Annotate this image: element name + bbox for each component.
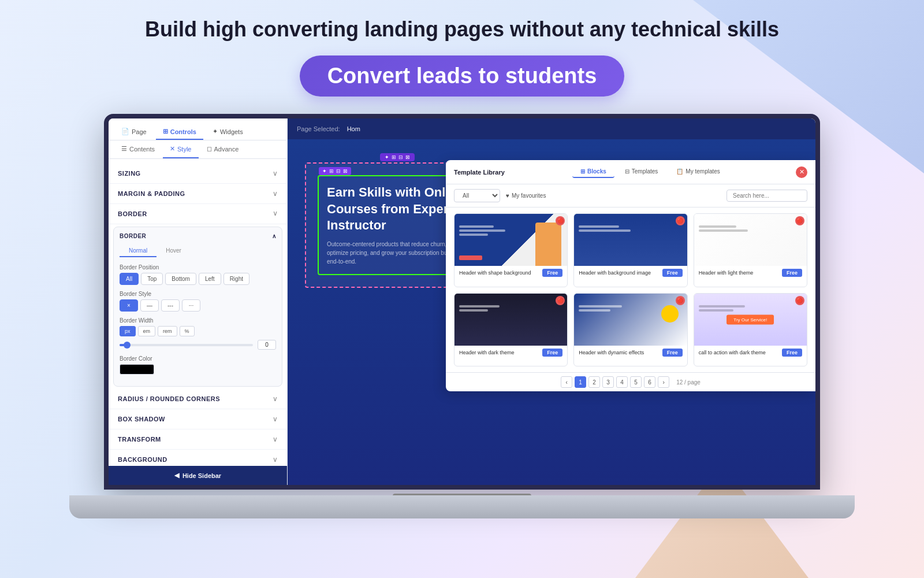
- bs-none[interactable]: ×: [120, 299, 138, 312]
- slider-thumb[interactable]: [124, 342, 131, 349]
- sidebar-tab-page[interactable]: 📄 Page: [114, 124, 154, 140]
- unit-px[interactable]: px: [120, 326, 136, 336]
- bp-bottom[interactable]: Bottom: [165, 273, 196, 285]
- border-width-row: px em rem %: [120, 326, 276, 350]
- page-3[interactable]: 3: [602, 376, 614, 388]
- thumb-line: [579, 309, 610, 312]
- bs-solid[interactable]: —: [140, 299, 159, 312]
- sizing-chevron: ∨: [273, 169, 278, 177]
- thumb-circle: [661, 305, 679, 323]
- modal-tab-blocks[interactable]: ⊞ Blocks: [572, 166, 614, 178]
- bp-right[interactable]: Right: [223, 273, 249, 285]
- screen-content: 📄 Page ⊞ Controls ✦ Widgets: [109, 118, 815, 485]
- modal-filters: All ♥ My favourites: [446, 184, 815, 208]
- sidebar-tab-controls[interactable]: ⊞ Controls: [156, 124, 203, 140]
- template-del-4[interactable]: 🔴: [556, 296, 565, 305]
- heart-icon: ♥: [506, 192, 509, 199]
- template-del-3[interactable]: 🔴: [795, 216, 804, 225]
- section-sizing[interactable]: SIZING ∨: [109, 164, 287, 184]
- border-position-buttons: All Top Bottom Left Right: [120, 273, 276, 285]
- page-6[interactable]: 6: [644, 376, 655, 388]
- template-card-6[interactable]: Try Our Service! 🔴 call to action with d…: [694, 293, 807, 367]
- color-swatch[interactable]: [120, 364, 154, 375]
- template-del-5[interactable]: 🔴: [676, 296, 685, 305]
- template-card-4[interactable]: 🔴 Header with dark theme Free: [454, 293, 568, 367]
- bp-left[interactable]: Left: [199, 273, 221, 285]
- template-card-5[interactable]: 🔴 Header with dynamic effects Free: [573, 293, 687, 367]
- page-4[interactable]: 4: [616, 376, 628, 388]
- hide-sidebar-btn[interactable]: ◀ Hide Sidebar: [109, 466, 287, 485]
- thumb-text-2: [579, 225, 631, 232]
- thumb-line: [579, 305, 622, 307]
- thumb-text-4: [459, 305, 500, 312]
- section-margin-padding[interactable]: MARGIN & PADDING ∨: [109, 184, 287, 204]
- bs-dashed[interactable]: ---: [161, 299, 180, 312]
- subtab-style[interactable]: ✕ Style: [163, 140, 198, 158]
- sidebar-tab-widgets[interactable]: ✦ Widgets: [206, 124, 250, 140]
- modal-tab-templates[interactable]: ⊟ Templates: [617, 166, 666, 178]
- section-box-shadow[interactable]: BOX SHADOW ∨: [109, 409, 287, 429]
- template-card-1[interactable]: 🔴 Header with shape background Free: [454, 213, 568, 287]
- filter-select[interactable]: All: [454, 189, 500, 202]
- thumb-cta-btn: Try Our Service!: [726, 314, 774, 324]
- template-card-2[interactable]: 🔴 Header with background image Free: [573, 213, 687, 287]
- border-style-buttons: × — --- ···: [120, 299, 276, 312]
- thumb-line: [699, 309, 733, 312]
- color-row: [120, 364, 276, 375]
- main-wrapper: Build high converting landing pages with…: [0, 0, 924, 530]
- page-2[interactable]: 2: [588, 376, 600, 388]
- template-card-3[interactable]: 🔴 Header with light theme Free: [694, 213, 807, 287]
- subtab-contents[interactable]: ☰ Contents: [114, 140, 162, 158]
- normal-tab[interactable]: Normal: [120, 245, 157, 257]
- thumb-btn-1: [459, 255, 482, 260]
- sidebar-sections: SIZING ∨ MARGIN & PADDING ∨ BORDER ∧: [109, 159, 287, 466]
- my-templates-icon: 📋: [676, 168, 683, 175]
- bs-dotted[interactable]: ···: [182, 299, 200, 312]
- template-del-2[interactable]: 🔴: [676, 216, 685, 225]
- thumb-text-1: [459, 225, 505, 236]
- sidebar-tabs: 📄 Page ⊞ Controls ✦ Widgets: [109, 118, 287, 140]
- border-collapse-icon[interactable]: ∧: [272, 233, 277, 239]
- unit-percent[interactable]: %: [180, 326, 195, 336]
- search-input[interactable]: [726, 190, 807, 202]
- page-5[interactable]: 5: [630, 376, 642, 388]
- thumb-line: [459, 305, 500, 307]
- template-thumb-6: Try Our Service! 🔴: [694, 294, 807, 346]
- slider-value[interactable]: 0: [258, 340, 276, 350]
- page-prev[interactable]: ‹: [561, 376, 572, 388]
- laptop-base: [69, 495, 855, 518]
- advance-icon: ◻: [207, 145, 212, 153]
- margin-chevron: ∨: [273, 190, 278, 198]
- thumb-text-5: [579, 305, 622, 312]
- templates-icon: ⊟: [625, 168, 629, 175]
- thumb-line: [579, 229, 631, 232]
- thumb-line: [459, 225, 494, 228]
- bp-all[interactable]: All: [120, 273, 139, 285]
- template-footer-5: Header with dynamic effects Free: [574, 346, 687, 360]
- unit-rem[interactable]: rem: [158, 326, 177, 336]
- template-thumb-4: 🔴: [454, 294, 567, 346]
- controls-icon: ⊞: [163, 128, 168, 135]
- laptop-container: 📄 Page ⊞ Controls ✦ Widgets: [58, 114, 866, 530]
- slider-track[interactable]: [120, 344, 253, 346]
- section-background[interactable]: BACKGROUND ∨: [109, 450, 287, 466]
- unit-em[interactable]: em: [138, 326, 156, 336]
- subtab-advance[interactable]: ◻ Advance: [200, 140, 246, 158]
- favourites-button[interactable]: ♥ My favourites: [506, 192, 546, 199]
- template-del-6[interactable]: 🔴: [795, 296, 804, 305]
- page-1[interactable]: 1: [575, 376, 586, 388]
- editor-canvas: ✦⊞⊟⊠ ✦⊞⊟⊠ Earn Skills with Online Course…: [288, 139, 815, 485]
- template-del-1[interactable]: 🔴: [556, 216, 565, 225]
- convert-badge: Convert leads to students: [300, 55, 625, 97]
- page-next[interactable]: ›: [658, 376, 669, 388]
- section-border[interactable]: BORDER ∧: [109, 204, 287, 224]
- bp-top[interactable]: Top: [141, 273, 163, 285]
- sidebar: 📄 Page ⊞ Controls ✦ Widgets: [109, 118, 288, 485]
- section-transform[interactable]: TRANSFORM ∨: [109, 429, 287, 450]
- hover-tab[interactable]: Hover: [157, 245, 191, 257]
- modal-close-button[interactable]: ✕: [796, 166, 807, 178]
- modal-tab-my-templates[interactable]: 📋 My templates: [668, 166, 728, 178]
- template-footer-1: Header with shape background Free: [454, 266, 567, 280]
- box-shadow-chevron: ∨: [273, 415, 278, 423]
- section-radius[interactable]: RADIUS / ROUNDED CORNERS ∨: [109, 389, 287, 409]
